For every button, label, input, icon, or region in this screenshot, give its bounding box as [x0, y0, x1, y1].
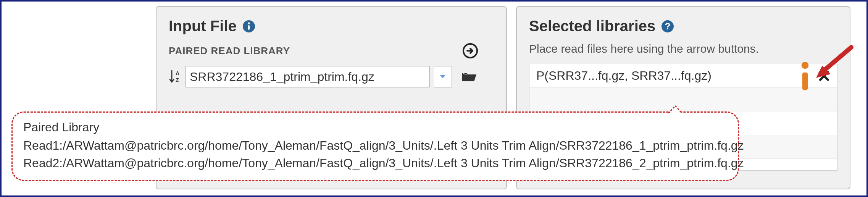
- svg-point-8: [802, 61, 809, 69]
- read-file-input[interactable]: [186, 66, 430, 87]
- svg-text:Z: Z: [176, 77, 179, 83]
- folder-open-icon[interactable]: [460, 69, 477, 84]
- library-info-icon[interactable]: [800, 69, 810, 83]
- help-icon[interactable]: ?: [661, 19, 674, 33]
- panel-title-row: Input File: [169, 18, 494, 35]
- info-icon[interactable]: [242, 19, 256, 33]
- panel-title-row: Selected libraries ?: [529, 18, 837, 35]
- subheader-row: PAIRED READ LIBRARY: [169, 42, 494, 59]
- svg-text:?: ?: [665, 21, 671, 31]
- svg-rect-1: [248, 25, 250, 30]
- tooltip-pointer-icon: [668, 105, 683, 113]
- dropdown-toggle[interactable]: [434, 66, 452, 87]
- svg-text:A: A: [176, 70, 179, 76]
- input-file-title: Input File: [169, 18, 237, 35]
- tooltip-read2: Read2:/ARWattam@patricbrc.org/home/Tony_…: [23, 154, 727, 172]
- file-input-row: AZ: [169, 66, 494, 87]
- svg-rect-9: [802, 72, 808, 90]
- tooltip-read1: Read1:/ARWattam@patricbrc.org/home/Tony_…: [23, 137, 727, 154]
- svg-point-2: [248, 22, 250, 24]
- selected-libraries-title: Selected libraries: [529, 18, 655, 35]
- add-to-selected-button[interactable]: [462, 42, 479, 59]
- tooltip-title: Paired Library: [23, 120, 727, 134]
- selected-libraries-description: Place read files here using the arrow bu…: [529, 42, 837, 55]
- library-row-empty: [529, 88, 837, 111]
- sort-az-icon[interactable]: AZ: [169, 69, 182, 84]
- remove-library-icon[interactable]: [818, 70, 830, 82]
- library-tooltip: Paired Library Read1:/ARWattam@patricbrc…: [11, 111, 739, 181]
- paired-read-library-label: PAIRED READ LIBRARY: [169, 45, 290, 57]
- app-frame: Input File PAIRED READ LIBRARY AZ: [0, 0, 868, 197]
- library-label: P(SRR37...fq.gz, SRR37...fq.gz): [536, 69, 800, 83]
- library-row: P(SRR37...fq.gz, SRR37...fq.gz): [529, 64, 837, 88]
